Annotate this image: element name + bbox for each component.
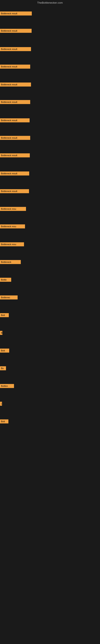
bar-label-7: Bottleneck result xyxy=(0,118,30,122)
bar-label-21: Bo xyxy=(0,366,6,370)
bar-item-6: Bottleneck result xyxy=(0,100,30,104)
bar-label-16: Bottle xyxy=(0,278,11,282)
bar-item-2: Bottleneck result xyxy=(0,29,32,33)
bar-label-13: Bottleneck resu xyxy=(0,224,25,228)
bar-label-5: Bottleneck result xyxy=(0,82,31,86)
bar-label-9: Bottleneck result xyxy=(0,153,30,158)
bar-item-8: Bottleneck result xyxy=(0,136,30,140)
bar-label-11: Bottleneck result xyxy=(0,189,29,193)
bar-item-24: Bott xyxy=(0,420,8,424)
bar-item-1: Bottleneck result xyxy=(0,12,32,16)
bar-item-17: Bottlenec xyxy=(0,296,18,300)
bar-item-21: Bo xyxy=(0,366,6,370)
bar-label-19: B xyxy=(0,331,2,335)
bar-label-4: Bottleneck result xyxy=(0,64,30,69)
bar-label-23: | xyxy=(0,402,2,406)
bar-label-15: Bottleneck xyxy=(0,260,21,264)
bar-label-17: Bottlenec xyxy=(0,296,18,300)
bar-label-1: Bottleneck result xyxy=(0,12,32,16)
bar-item-20: Bott xyxy=(0,348,9,352)
bar-item-12: Bottleneck resu xyxy=(0,207,26,211)
bar-item-13: Bottleneck resu xyxy=(0,224,25,228)
bar-label-3: Bottleneck result xyxy=(0,47,31,51)
bar-item-19: B xyxy=(0,331,2,335)
bar-label-6: Bottleneck result xyxy=(0,100,30,104)
bar-label-8: Bottleneck result xyxy=(0,136,30,140)
bar-label-24: Bott xyxy=(0,420,8,424)
bar-item-7: Bottleneck result xyxy=(0,118,30,122)
bar-label-20: Bott xyxy=(0,348,9,352)
bar-label-18: Bott xyxy=(0,313,9,317)
bar-label-14: Bottleneck resu xyxy=(0,242,24,246)
bar-item-10: Bottleneck result xyxy=(0,172,29,176)
bar-label-12: Bottleneck resu xyxy=(0,207,26,211)
bar-item-23: | xyxy=(0,402,2,406)
bar-item-16: Bottle xyxy=(0,278,11,282)
bar-item-3: Bottleneck result xyxy=(0,47,31,51)
bar-item-5: Bottleneck result xyxy=(0,82,31,86)
bar-item-14: Bottleneck resu xyxy=(0,242,24,246)
bar-label-10: Bottleneck result xyxy=(0,172,29,176)
site-title: TheBottlenecker.com xyxy=(0,0,100,5)
bar-label-2: Bottleneck result xyxy=(0,29,32,33)
bar-item-18: Bott xyxy=(0,313,9,317)
bar-item-15: Bottleneck xyxy=(0,260,21,264)
bar-item-11: Bottleneck result xyxy=(0,189,29,193)
bar-label-22: Bottlen xyxy=(0,384,14,388)
bar-item-22: Bottlen xyxy=(0,384,14,388)
bar-item-4: Bottleneck result xyxy=(0,64,30,69)
bar-item-9: Bottleneck result xyxy=(0,153,30,158)
